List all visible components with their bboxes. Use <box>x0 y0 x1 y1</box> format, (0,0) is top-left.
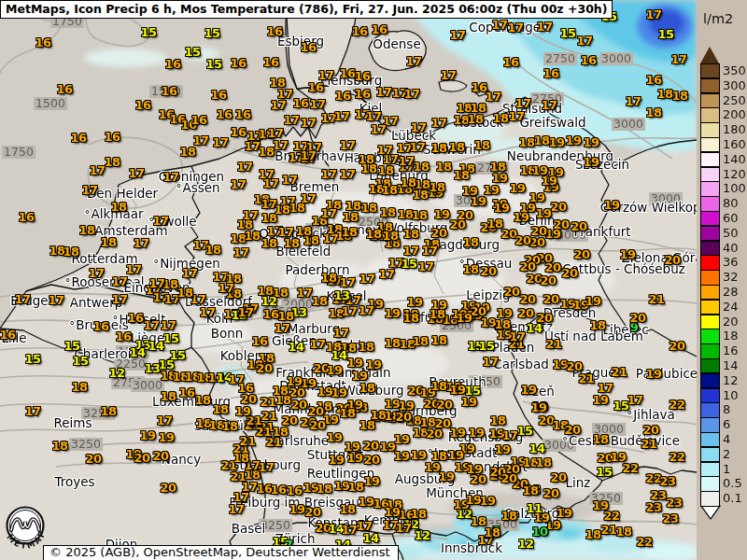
station-temp: 16 <box>190 113 206 127</box>
station-temp: 15 <box>162 331 178 345</box>
legend-cell <box>700 343 720 358</box>
station-temp: 17 <box>270 98 286 112</box>
station-temp: 19 <box>393 432 409 446</box>
copyright-bar: © 2025 (AGB), OpenStreetMap, Deutscher W… <box>43 545 399 560</box>
station-temp: 18 <box>275 393 290 407</box>
station-temp: 19 <box>384 306 400 320</box>
station-temp: 18 <box>104 155 120 169</box>
station-temp: 18 <box>411 208 427 222</box>
station-temp: 19 <box>346 356 362 370</box>
station-temp: 19 <box>468 426 484 440</box>
legend-cell <box>700 152 720 167</box>
station-temp: 18 <box>339 502 355 516</box>
station-temp: 20 <box>561 266 577 280</box>
station-temp: 19 <box>592 393 608 407</box>
station-temp: 16 <box>134 98 150 112</box>
legend-tick-label: 50 <box>723 226 747 241</box>
station-temp: 18 <box>194 393 210 407</box>
station-temp: 21 <box>611 365 627 379</box>
station-temp: 15 <box>184 45 200 59</box>
station-temp: 20 <box>543 486 558 500</box>
station-temp: 15 <box>657 27 673 41</box>
legend-cell <box>700 241 720 256</box>
station-temp: 18 <box>359 418 374 432</box>
station-temp: 20 <box>134 451 149 465</box>
station-temp: 19 <box>438 469 454 483</box>
station-temp: 18 <box>233 451 248 465</box>
station-temp: 18 <box>377 163 393 177</box>
station-temp: 20 <box>480 264 496 278</box>
station-temp: 18 <box>379 205 395 219</box>
station-temp: 16 <box>178 385 194 399</box>
legend-cell <box>700 358 720 373</box>
station-temp: 18 <box>435 160 451 174</box>
station-temp: 19 <box>494 442 510 456</box>
station-temp: 19 <box>433 207 449 221</box>
station-temp: 17 <box>261 197 276 211</box>
map-canvas[interactable]: 1750150015001750275030002750300027503000… <box>0 0 697 560</box>
legend-cell <box>700 167 720 182</box>
station-temp: 18 <box>429 307 444 321</box>
legend-tick-label: 350 <box>723 63 747 78</box>
station-temp: 19 <box>289 502 304 516</box>
station-temp: 17 <box>339 138 355 152</box>
station-temp: 17 <box>258 460 274 474</box>
legend-arrow-down-icon <box>700 505 721 521</box>
station-temp: 23 <box>645 500 661 514</box>
station-temp: 18 <box>78 223 94 237</box>
station-temp: 18 <box>585 527 600 541</box>
station-temp: 17 <box>358 303 374 317</box>
station-temp: 10 <box>531 525 547 539</box>
station-temp: 18 <box>384 336 400 350</box>
station-temp: 17 <box>233 245 248 259</box>
station-temp: 17 <box>341 523 357 537</box>
station-temp: 21 <box>648 292 664 306</box>
legend-tick-label: 100 <box>723 181 747 196</box>
station-temp: 16 <box>210 88 226 102</box>
legend-tick-label: 160 <box>723 137 747 152</box>
legend-cell <box>700 462 720 477</box>
legend-tick-label: 200 <box>723 107 747 122</box>
station-temp: 17 <box>309 97 325 111</box>
station-temp: 19 <box>363 474 379 488</box>
station-temp: 18 <box>71 380 87 394</box>
station-temp: 16 <box>216 107 232 121</box>
station-temp: 14 <box>529 441 544 455</box>
station-temp: 20 <box>152 449 168 463</box>
legend-panel: l/m2 35030025020018016014012010080605040… <box>697 0 747 560</box>
station-temp: 19 <box>470 194 486 208</box>
station-temp: 15 <box>72 354 88 368</box>
station-temp: 18 <box>341 225 357 239</box>
station-temp: 20 <box>564 423 580 437</box>
station-temp: 17 <box>24 404 40 418</box>
legend-tick-label: 40 <box>723 241 747 256</box>
station-temp: 19 <box>346 451 362 465</box>
station-temp: 16 <box>371 22 387 36</box>
station-temp: 16 <box>92 319 108 333</box>
station-temp: 18 <box>244 229 260 243</box>
station-temp: 12 <box>261 294 276 308</box>
station-temp: 17 <box>536 20 552 34</box>
station-temp: 16 <box>351 24 367 38</box>
station-temp: 16 <box>334 89 350 103</box>
legend-cell <box>700 315 720 329</box>
station-temp: 17 <box>509 329 525 343</box>
station-temp: 15 <box>140 25 156 39</box>
station-temp: 20 <box>550 470 566 484</box>
station-temp: 17 <box>272 138 288 152</box>
station-temp: 16 <box>286 483 302 497</box>
station-temp: 16 <box>270 483 286 497</box>
station-temp: 17 <box>376 143 392 157</box>
station-temp: 18 <box>261 236 276 250</box>
station-temp: 18 <box>365 227 381 241</box>
station-temp: 20 <box>664 253 680 267</box>
station-temp: 18 <box>283 236 299 250</box>
station-temp: 19 <box>520 383 536 397</box>
station-temp: 20 <box>543 292 558 306</box>
station-temp: 19 <box>331 385 346 399</box>
station-temp: 19 <box>513 210 529 224</box>
station-temp: 18 <box>347 480 363 494</box>
station-temps-layer: 1615151615161516161616161616161616161616… <box>0 0 697 560</box>
station-temp: 17 <box>152 214 168 228</box>
station-temp: 17 <box>440 68 456 82</box>
